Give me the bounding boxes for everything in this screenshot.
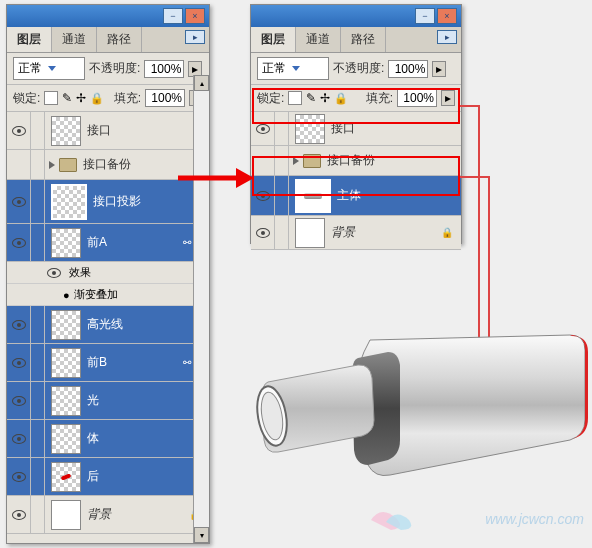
visibility-toggle[interactable]	[7, 112, 31, 149]
visibility-toggle[interactable]	[7, 458, 31, 495]
eye-icon	[12, 434, 26, 444]
lock-transparent-icon[interactable]	[288, 91, 302, 105]
tabs: 图层 通道 路径 ▸	[251, 27, 461, 53]
layer-name: 接口	[331, 120, 461, 137]
eye-icon	[12, 396, 26, 406]
visibility-toggle[interactable]	[7, 150, 31, 179]
fill-input[interactable]: 100%	[397, 89, 437, 107]
visibility-toggle[interactable]	[7, 420, 31, 457]
layer-row[interactable]: 前A ⚯▽	[7, 224, 209, 262]
layer-row[interactable]: 主体	[251, 176, 461, 216]
layer-thumbnail[interactable]	[51, 184, 87, 220]
fill-arrow[interactable]: ▸	[441, 90, 455, 106]
layer-thumbnail[interactable]	[295, 218, 325, 248]
opacity-arrow[interactable]: ▸	[432, 61, 446, 77]
minimize-button[interactable]: −	[163, 8, 183, 24]
layer-thumbnail[interactable]	[51, 348, 81, 378]
lock-all-icon[interactable]: 🔒	[90, 92, 104, 105]
tab-layers[interactable]: 图层	[7, 27, 52, 52]
scrollbar-vertical[interactable]: ▴ ▾	[193, 75, 209, 543]
layer-thumbnail[interactable]	[51, 386, 81, 416]
panel-menu-icon[interactable]: ▸	[185, 30, 205, 44]
layer-thumbnail[interactable]	[51, 424, 81, 454]
lock-label: 锁定:	[257, 90, 284, 107]
layer-thumbnail[interactable]	[51, 116, 81, 146]
visibility-toggle[interactable]	[251, 216, 275, 249]
fill-input[interactable]: 100%	[145, 89, 185, 107]
visibility-toggle[interactable]	[251, 112, 275, 145]
layer-row[interactable]: 背景 🔒	[251, 216, 461, 250]
layer-row[interactable]: 光	[7, 382, 209, 420]
visibility-toggle[interactable]	[7, 382, 31, 419]
panel-menu-icon[interactable]: ▸	[437, 30, 457, 44]
layer-row[interactable]: 背景 🔒	[7, 496, 209, 534]
lock-brush-icon[interactable]: ✎	[306, 91, 316, 105]
expand-triangle-icon[interactable]	[49, 161, 55, 169]
effect-item-row[interactable]: ● 渐变叠加	[7, 284, 209, 306]
eye-icon	[12, 197, 26, 207]
tab-channels[interactable]: 通道	[52, 27, 97, 52]
layer-row[interactable]: 后	[7, 458, 209, 496]
eye-icon	[47, 268, 61, 278]
close-button[interactable]: ×	[185, 8, 205, 24]
lock-move-icon[interactable]: ✢	[320, 91, 330, 105]
lock-move-icon[interactable]: ✢	[76, 91, 86, 105]
scroll-track[interactable]	[194, 91, 209, 527]
layer-thumbnail[interactable]	[51, 462, 81, 492]
eye-icon	[12, 320, 26, 330]
layer-name: 接口	[87, 122, 209, 139]
layer-name: 光	[87, 392, 209, 409]
effect-row[interactable]: 效果	[7, 262, 209, 284]
layer-row[interactable]: 前B ⚯▷	[7, 344, 209, 382]
layer-thumbnail[interactable]	[51, 228, 81, 258]
opacity-input[interactable]: 100%	[388, 60, 428, 78]
connector-line	[460, 176, 490, 178]
eye-icon	[256, 228, 270, 238]
eye-icon	[256, 124, 270, 134]
blend-mode-select[interactable]: 正常	[257, 57, 329, 80]
opacity-input[interactable]: 100%	[144, 60, 184, 78]
tab-layers[interactable]: 图层	[251, 27, 296, 52]
folder-icon	[303, 154, 321, 168]
layer-group-row[interactable]: 接口备份	[251, 146, 461, 176]
visibility-toggle[interactable]	[7, 344, 31, 381]
visibility-toggle[interactable]	[7, 180, 31, 223]
watermark-text: www.jcwcn.com	[485, 511, 584, 527]
layer-row[interactable]: 体	[7, 420, 209, 458]
layer-thumbnail[interactable]	[51, 500, 81, 530]
visibility-toggle[interactable]	[7, 306, 31, 343]
close-button[interactable]: ×	[437, 8, 457, 24]
layer-thumbnail[interactable]	[295, 179, 331, 213]
lock-brush-icon[interactable]: ✎	[62, 91, 72, 105]
folder-icon	[59, 158, 77, 172]
blend-mode-select[interactable]: 正常	[13, 57, 85, 80]
layers-list: 接口 接口备份 主体 背景 🔒	[251, 112, 461, 250]
tab-paths[interactable]: 路径	[97, 27, 142, 52]
layer-name: 后	[87, 468, 209, 485]
layer-thumbnail[interactable]	[51, 310, 81, 340]
layer-thumbnail[interactable]	[295, 114, 325, 144]
tab-paths[interactable]: 路径	[341, 27, 386, 52]
scroll-down-icon[interactable]: ▾	[194, 527, 209, 543]
expand-triangle-icon[interactable]	[293, 157, 299, 165]
visibility-toggle[interactable]	[7, 224, 31, 261]
lock-transparent-icon[interactable]	[44, 91, 58, 105]
tab-channels[interactable]: 通道	[296, 27, 341, 52]
effect-name: 渐变叠加	[74, 287, 118, 302]
usb-drive-illustration	[240, 310, 590, 510]
link-column	[31, 112, 45, 149]
layer-row[interactable]: 接口	[251, 112, 461, 146]
blend-mode-value: 正常	[18, 60, 42, 77]
layer-row[interactable]: 高光线	[7, 306, 209, 344]
fill-label: 填充:	[366, 90, 393, 107]
link-column	[275, 216, 289, 249]
fill-label: 填充:	[114, 90, 141, 107]
minimize-button[interactable]: −	[415, 8, 435, 24]
layer-row[interactable]: 接口	[7, 112, 209, 150]
scroll-up-icon[interactable]: ▴	[194, 75, 209, 91]
layer-name: 高光线	[87, 316, 209, 333]
link-column	[31, 224, 45, 261]
visibility-toggle[interactable]	[7, 496, 31, 533]
lock-all-icon[interactable]: 🔒	[334, 92, 348, 105]
effects-label: 效果	[69, 265, 91, 280]
